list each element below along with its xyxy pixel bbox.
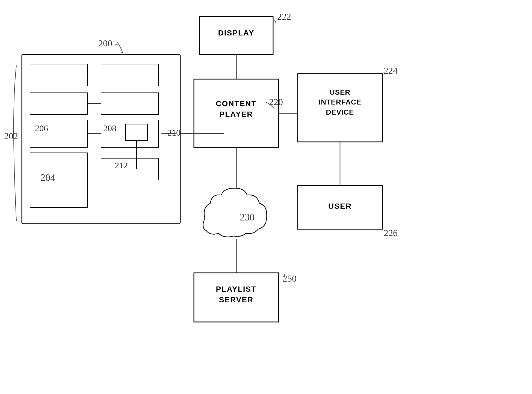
display-label: DISPLAY — [199, 29, 273, 37]
svg-rect-7 — [126, 124, 147, 141]
diagram-container: DISPLAY CONTENT PLAYER USER INTERFACE DE… — [0, 0, 532, 394]
svg-rect-1 — [30, 64, 87, 86]
ref-212: 212 — [115, 160, 128, 171]
playlist-server-label: PLAYLIST SERVER — [194, 284, 279, 305]
content-player-label: CONTENT PLAYER — [194, 98, 279, 120]
ref-204: 204 — [40, 172, 55, 183]
ref-202: 202 — [4, 131, 18, 141]
ref-230: 230 — [236, 211, 258, 223]
ref-206: 206 — [35, 123, 48, 133]
ref-222: 222 — [277, 11, 291, 22]
svg-rect-9 — [101, 158, 158, 180]
ref-220: 220 — [269, 97, 283, 107]
ref-224: 224 — [384, 65, 398, 76]
svg-rect-2 — [101, 64, 158, 86]
user-interface-device-label: USER INTERFACE DEVICE — [298, 87, 382, 117]
svg-rect-8 — [30, 153, 87, 207]
svg-rect-4 — [101, 93, 158, 115]
ref-210: 210 — [167, 128, 181, 138]
diagram-svg — [0, 0, 532, 394]
ref-208: 208 — [103, 123, 116, 133]
ref-226: 226 — [384, 228, 398, 238]
ref-250: 250 — [283, 273, 297, 284]
user-label: USER — [298, 202, 382, 211]
ref-200: 200 — [98, 38, 112, 49]
svg-rect-3 — [30, 93, 87, 115]
